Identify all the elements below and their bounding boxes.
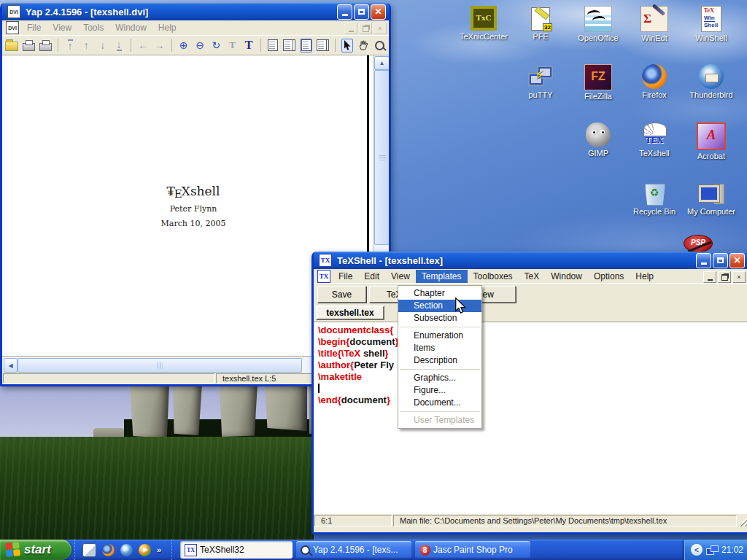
pointer-tool-icon[interactable] [341,39,354,52]
mdi-restore-button[interactable] [359,23,372,34]
tex-source-editor[interactable]: \documentclass{\begin{document}\title{\T… [314,322,747,514]
menu-item-subsection[interactable]: Subsection [398,312,481,324]
minimize-button[interactable] [696,253,711,268]
zoom-out-icon[interactable]: ⊖ [194,39,206,52]
tray-collapse-chevron-icon[interactable]: < [691,544,703,556]
magnifier-tool-icon[interactable] [374,39,386,52]
text-tool-icon[interactable]: T [243,39,255,52]
texshell-menu-tex[interactable]: TeX [519,270,546,283]
menu-item-graphics[interactable]: Graphics... [398,372,481,384]
texshell-menu-help[interactable]: Help [630,270,659,283]
print-setup-icon[interactable] [39,39,52,52]
gimp-icon [586,122,611,147]
scroll-up-button[interactable]: ▲ [374,56,389,70]
taskbar-task-jasc-paint-shop-pro[interactable]: 8Jasc Paint Shop Pro [415,541,530,559]
mdi-close-button[interactable]: × [732,271,746,283]
desktop: TxCTeXnicCenter32PFEOpenOfficeΣWinEdtTeX… [0,0,747,560]
menu-item-document[interactable]: Document... [398,397,481,409]
maximize-button[interactable] [713,253,728,268]
taskbar-task-texshell32[interactable]: TXTeXShell32 [180,541,293,559]
vertical-scroll-thumb[interactable] [374,70,389,245]
texshell-menu-file[interactable]: File [333,270,358,283]
menu-item-description[interactable]: Description [398,354,481,367]
next-page-icon[interactable]: ↓ [97,39,109,52]
desktop-icon-mycomputer[interactable]: My Computer [685,181,738,216]
refresh-icon[interactable]: ↻ [210,39,222,52]
texshell-menu-edit[interactable]: Edit [358,270,385,283]
editor-line: \end{document} [318,394,747,406]
desktop-icon-texshell[interactable]: TEXTeXshell [628,122,681,158]
toolbar-separator [58,39,58,52]
dvi-doc-title: TEXshell [120,184,266,198]
scroll-left-button[interactable]: ◀ [4,358,18,373]
menu-item-items[interactable]: Items [398,342,481,354]
texshell-menu-options[interactable]: Options [588,270,630,283]
continuous-view-icon[interactable] [300,39,312,52]
zoom-in-icon[interactable]: ⊕ [178,39,190,52]
menu-item-user-templates[interactable]: User Templates [398,414,481,427]
desktop-icon-psp[interactable]: PSP [672,235,724,252]
mdi-minimize-button[interactable] [703,271,716,283]
texshell-menu-view[interactable]: View [385,270,416,283]
desktop-icon-winedt[interactable]: ΣWinEdt [628,6,681,42]
desktop-icon-texniccenter[interactable]: TxCTeXnicCenter [457,6,510,41]
desktop-icon-recyclebin[interactable]: ♻Recycle Bin [628,181,681,216]
yap-menu-view[interactable]: View [47,21,77,34]
minimize-button[interactable] [337,4,352,20]
yap-menu-file[interactable]: File [21,21,47,34]
facing-pages-view-icon[interactable] [283,39,295,52]
desktop-icon-gimp[interactable]: GIMP [572,122,624,158]
menu-item-enumeration[interactable]: Enumeration [398,330,481,342]
mdi-minimize-button[interactable] [344,23,357,34]
photo-grass [0,437,314,540]
taskbar-task-yap-2-4-1596-texs[interactable]: Yap 2.4.1596 - [texs... [296,541,411,559]
close-button[interactable]: ✕ [371,4,386,20]
tab-texshell-tex[interactable]: texshell.tex [316,306,384,320]
last-page-icon[interactable]: ↓ [113,39,125,52]
yap-mdi-buttons: × [344,23,387,34]
texshell-titlebar[interactable]: TX TeXShell - [texshell.tex] ✕ [314,252,747,269]
yap-menu-tools[interactable]: Tools [77,21,109,34]
dvi-doc-date: March 10, 2005 [120,219,266,228]
mdi-restore-button[interactable] [718,271,731,283]
hand-tool-icon[interactable] [357,39,369,52]
texshell-menu-toolboxes[interactable]: Toolboxes [468,270,519,283]
desktop-icon-acrobat[interactable]: AAcrobat [685,122,738,160]
ruler-tool-icon[interactable]: T [227,39,239,52]
texshell-menu-templates[interactable]: Templates [416,270,468,283]
yap-menu-help[interactable]: Help [152,21,182,34]
print-icon[interactable] [23,39,35,52]
menu-item-figure[interactable]: Figure... [398,384,481,397]
texshell-mdi-buttons: × [703,271,746,283]
desktop-icon-winshell[interactable]: TeXWinShellWinShell [685,6,738,42]
texshell-menu-window[interactable]: Window [545,270,588,283]
horizontal-scroll-thumb[interactable] [18,358,302,373]
editor-tab-row: texshell.tex [314,304,747,322]
desktop-icon-thunderbird[interactable]: Thunderbird [685,64,738,99]
menu-item-chapter[interactable]: Chapter [398,287,481,300]
menu-item-section[interactable]: Section [398,300,481,312]
maximize-button[interactable] [354,4,369,20]
forward-icon[interactable]: → [153,39,165,52]
yap-toolbar: ↑ ↑ ↓ ↓ ← → ⊕ ⊖ ↻ T T [2,35,389,55]
open-icon[interactable] [5,39,18,52]
tex-document-icon: TX [317,270,330,283]
previous-page-icon[interactable]: ↑ [80,39,92,52]
back-icon[interactable]: ← [137,39,149,52]
desktop-icon-openoffice[interactable]: OpenOffice [572,6,624,42]
desktop-icon-filezilla[interactable]: FZFileZilla [572,64,624,101]
continuous-facing-view-icon[interactable] [317,39,329,52]
desktop-icon-label: PFE [514,32,567,41]
first-page-icon[interactable]: ↑ [64,39,76,52]
desktop-icon-firefox[interactable]: Firefox [628,64,681,99]
yap-titlebar[interactable]: DVI Yap 2.4.1596 - [texshell.dvi] ✕ [2,3,389,20]
resize-grip[interactable] [738,514,747,527]
close-button[interactable]: ✕ [729,253,745,268]
desktop-icon-pfe[interactable]: 32PFE [514,6,567,41]
desktop-icon-putty[interactable]: ⚡puTTY [514,64,567,99]
yap-menu-window[interactable]: Window [109,21,152,34]
toolbar-button-save[interactable]: Save [317,286,366,303]
mdi-close-button[interactable]: × [374,23,387,34]
single-page-view-icon[interactable] [267,39,279,52]
network-tray-icon[interactable] [706,545,718,555]
